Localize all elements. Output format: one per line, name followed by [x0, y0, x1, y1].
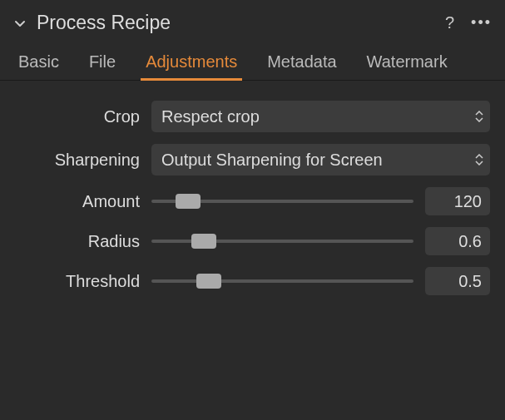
radius-value[interactable]: 0.6 — [425, 227, 490, 255]
threshold-slider[interactable] — [151, 271, 413, 291]
slider-thumb[interactable] — [191, 234, 216, 249]
radius-slider[interactable] — [151, 231, 413, 251]
sharpening-select-value: Output Sharpening for Screen — [161, 151, 383, 170]
amount-label: Amount — [15, 192, 140, 211]
threshold-value[interactable]: 0.5 — [425, 267, 490, 295]
sharpening-select[interactable]: Output Sharpening for Screen — [151, 144, 490, 175]
panel-title: Process Recipe — [37, 12, 435, 34]
sharpening-label: Sharpening — [15, 151, 140, 170]
radius-label: Radius — [15, 232, 140, 251]
amount-slider[interactable] — [151, 191, 413, 211]
tabs-bar: Basic File Adjustments Metadata Watermar… — [0, 42, 505, 81]
more-icon[interactable]: ••• — [471, 14, 492, 32]
help-icon[interactable]: ? — [445, 13, 454, 32]
slider-track — [151, 279, 413, 283]
process-recipe-panel: Process Recipe ? ••• Basic File Adjustme… — [0, 0, 505, 420]
tab-watermark[interactable]: Watermark — [364, 47, 451, 80]
amount-row: Amount 120 — [15, 187, 490, 215]
tab-basic[interactable]: Basic — [15, 47, 62, 80]
slider-thumb[interactable] — [196, 274, 221, 289]
tab-metadata[interactable]: Metadata — [264, 47, 339, 80]
tab-adjustments[interactable]: Adjustments — [142, 47, 240, 80]
radius-row: Radius 0.6 — [15, 227, 490, 255]
crop-label: Crop — [15, 107, 140, 126]
slider-thumb[interactable] — [176, 194, 201, 209]
collapse-icon[interactable] — [13, 17, 27, 30]
sharpening-row: Sharpening Output Sharpening for Screen — [15, 144, 490, 175]
select-stepper-icon — [475, 111, 483, 122]
crop-row: Crop Respect crop — [15, 101, 490, 132]
select-stepper-icon — [475, 154, 483, 166]
threshold-row: Threshold 0.5 — [15, 267, 490, 295]
controls-area: Crop Respect crop Sharpening Output Shar… — [0, 81, 505, 295]
tab-file[interactable]: File — [86, 47, 119, 80]
crop-select-value: Respect crop — [161, 107, 260, 126]
crop-select[interactable]: Respect crop — [151, 101, 490, 132]
threshold-label: Threshold — [15, 272, 140, 291]
panel-header: Process Recipe ? ••• — [0, 0, 505, 42]
amount-value[interactable]: 120 — [425, 187, 490, 215]
